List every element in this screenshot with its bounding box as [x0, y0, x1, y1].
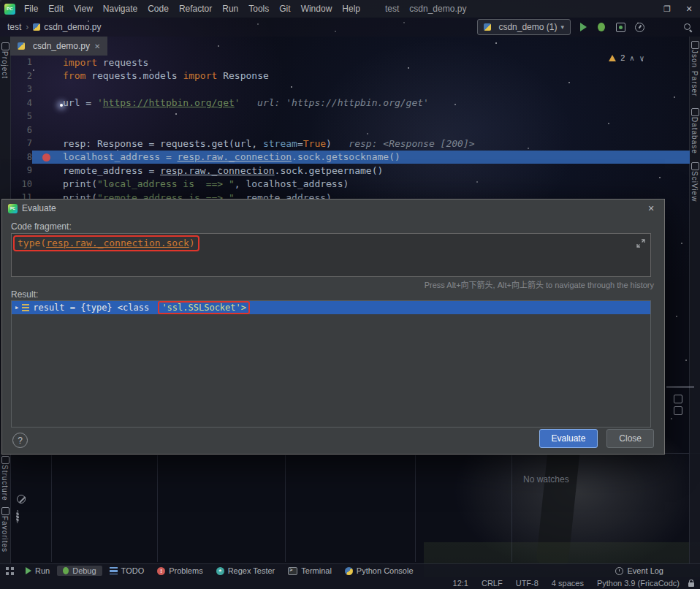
tab-csdn-demo[interactable]: csdn_demo.py ✕ [10, 37, 107, 56]
database-icon [691, 108, 699, 116]
tool-windows-icon[interactable] [6, 567, 14, 575]
dialog-close-icon[interactable]: ✕ [644, 204, 658, 213]
toolwindow-terminal[interactable]: Terminal [282, 566, 338, 576]
toolwindow-todo[interactable]: TODO [104, 566, 151, 576]
code-segment: ' [97, 97, 103, 108]
breadcrumb-file[interactable]: csdn_demo.py [44, 22, 101, 32]
code-line[interactable]: 7 resp: Response = requests.get(url, str… [10, 137, 690, 151]
breadcrumb-project[interactable]: test [7, 22, 21, 32]
panel-icon[interactable] [674, 395, 682, 403]
code-line[interactable]: 6 [10, 123, 690, 137]
expand-editor-icon[interactable] [636, 239, 645, 250]
menu-navigate[interactable]: Navigate [98, 0, 142, 18]
settings-gear-icon[interactable] [16, 510, 19, 523]
panel-icon[interactable] [674, 406, 682, 415]
menu-run[interactable]: Run [217, 0, 243, 18]
menu-edit[interactable]: Edit [43, 0, 69, 18]
gutter[interactable] [32, 137, 63, 151]
code-line[interactable]: 10 print("local_address is ==> ", localh… [10, 178, 690, 191]
close-button[interactable]: Close [606, 429, 654, 448]
sidebar-item-structure[interactable]: Structure [1, 465, 9, 501]
menu-help[interactable]: Help [337, 0, 365, 18]
gutter[interactable] [32, 123, 63, 137]
code-text[interactable]: url = 'https://httpbin.org/get' url: 'ht… [63, 97, 690, 108]
code-line[interactable]: 3 [10, 83, 690, 96]
toolwindow-regex-tester[interactable]: Regex Tester [210, 566, 281, 576]
sidebar-item-sciview[interactable]: SciView [691, 171, 699, 202]
code-line-current[interactable]: 8 localhost_address = resp.raw._connecti… [10, 151, 690, 164]
gutter[interactable] [32, 110, 63, 123]
gutter[interactable] [32, 151, 63, 164]
code-segment: , localhost_address) [235, 178, 349, 189]
toolwindow-run[interactable]: Run [20, 566, 56, 576]
menu-refactor[interactable]: Refactor [174, 0, 217, 18]
toolwindow-problems[interactable]: Problems [151, 566, 208, 576]
menu-git[interactable]: Git [274, 0, 295, 18]
code-line[interactable]: 1 import requests [10, 56, 690, 69]
debug-panel: No watches [0, 453, 700, 565]
python-console-icon [345, 567, 353, 575]
menu-code[interactable]: Code [142, 0, 174, 18]
code-text[interactable]: print("local_address is ==> ", localhost… [63, 178, 690, 189]
code-text[interactable]: localhost_address = resp.raw._connection… [63, 151, 690, 162]
code-editor[interactable]: 2 ∧ ∨ 1 import requests 2 from requests.… [10, 56, 690, 205]
toolwindow-debug[interactable]: Debug [57, 566, 102, 576]
code-segment: .sock.getsockname() [292, 151, 400, 162]
close-window-icon[interactable]: ✕ [678, 0, 700, 18]
indent-style[interactable]: 4 spaces [552, 579, 584, 588]
line-number: 10 [10, 179, 32, 189]
line-ending[interactable]: CRLF [482, 579, 503, 588]
mute-breakpoints-icon[interactable] [17, 495, 26, 503]
lock-icon[interactable] [688, 582, 694, 587]
tab-close-icon[interactable]: ✕ [94, 42, 100, 50]
code-text[interactable]: import requests [63, 57, 690, 68]
toolwindow-python-console[interactable]: Python Console [339, 566, 419, 576]
gutter[interactable] [32, 83, 63, 96]
run-configuration-select[interactable]: csdn_demo (1) ▾ [477, 19, 571, 35]
caret-position[interactable]: 12:1 [453, 579, 468, 588]
code-text[interactable]: remote_address = resp.raw._connection.so… [63, 165, 690, 176]
code-line[interactable]: 2 from requests.models import Response [10, 69, 690, 83]
menu-file[interactable]: File [19, 0, 43, 18]
restore-window-icon[interactable]: ❐ [656, 0, 678, 18]
evaluate-dialog-titlebar[interactable]: PC Evaluate ✕ [2, 200, 664, 217]
interpreter[interactable]: Python 3.9 (FricaCodc) [597, 579, 680, 588]
coverage-button[interactable] [616, 23, 625, 32]
debug-button[interactable] [598, 23, 605, 31]
search-everywhere-icon[interactable] [683, 23, 693, 32]
menu-window[interactable]: Window [296, 0, 338, 18]
code-line[interactable]: 4 url = 'https://httpbin.org/get' url: '… [10, 96, 690, 110]
breakpoint-icon[interactable] [42, 153, 50, 162]
mini-scrollbar[interactable] [666, 386, 694, 388]
sidebar-item-json-parser[interactable]: Json Parser [691, 50, 699, 96]
sidebar-item-project[interactable]: Project [1, 51, 9, 79]
gutter[interactable] [32, 69, 63, 83]
no-watches-label: No watches [523, 474, 569, 484]
code-text[interactable]: from requests.models import Response [63, 70, 690, 81]
gutter[interactable] [32, 96, 63, 110]
code-text[interactable]: resp: Response = requests.get(url, strea… [63, 138, 690, 149]
code-fragment-input[interactable]: type(resp.raw._connection.sock) [11, 233, 651, 277]
gutter[interactable] [32, 164, 63, 178]
sidebar-item-database[interactable]: Database [691, 117, 699, 154]
expand-node-icon[interactable]: ▶ [15, 305, 18, 311]
gutter[interactable] [32, 56, 63, 69]
problems-icon [157, 567, 165, 575]
menu-tools[interactable]: Tools [243, 0, 274, 18]
event-log-button[interactable]: Event Log [609, 566, 669, 576]
run-button[interactable] [580, 23, 587, 31]
file-encoding[interactable]: UTF-8 [516, 579, 539, 588]
evaluate-button[interactable]: Evaluate [539, 429, 598, 448]
result-tree-node[interactable]: ▶ result = {type} <class 'ssl.SSLSocket'… [12, 301, 650, 314]
code-line[interactable]: 5 [10, 110, 690, 123]
profiler-button[interactable] [635, 23, 644, 32]
code-line[interactable]: 9 remote_address = resp.raw._connection.… [10, 164, 690, 178]
gutter[interactable] [32, 178, 63, 191]
code-fragment-label: Code fragment: [11, 221, 72, 232]
help-button[interactable]: ? [12, 433, 28, 448]
code-segment: stream [263, 138, 297, 149]
menu-view[interactable]: View [69, 0, 98, 18]
debug-toolbar [16, 460, 26, 539]
sidebar-item-favorites[interactable]: Favorites [1, 516, 9, 552]
debug-bug-icon [63, 567, 69, 574]
